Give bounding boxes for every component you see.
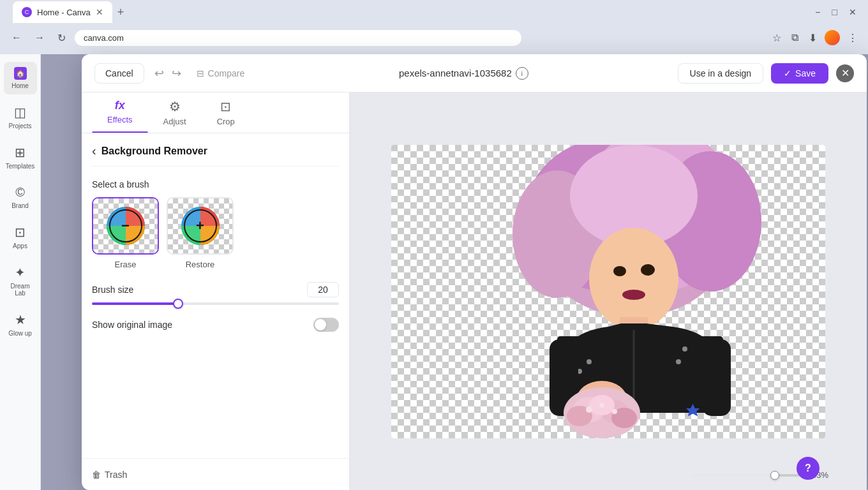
left-panel: fx Effects ⚙ Adjust ⊡ Crop (82, 93, 350, 490)
compare-label: Compare (208, 68, 245, 78)
show-original-row: Show original image (92, 318, 339, 332)
back-arrow-button[interactable]: ‹ (92, 144, 96, 158)
redo-button[interactable]: ↪ (169, 64, 184, 83)
section-title: Background Remover (101, 145, 207, 157)
sidebar-label-home: Home (11, 82, 29, 89)
window-close-button[interactable]: ✕ (845, 6, 860, 19)
sidebar-item-glowup[interactable]: ★ Glow up (4, 307, 37, 342)
extensions-button[interactable]: ⧉ (789, 29, 801, 46)
sidebar-label-templates: Templates (6, 163, 35, 170)
svg-point-23 (676, 359, 681, 364)
sidebar-label-glowup: Glow up (8, 330, 32, 337)
compare-button[interactable]: ⊟ Compare (191, 66, 250, 81)
svg-point-39 (599, 403, 604, 408)
zoom-slider-track (692, 474, 807, 477)
maximize-button[interactable]: □ (828, 6, 841, 19)
history-buttons: ↩ ↪ (152, 64, 184, 83)
restore-brush-option[interactable]: + Restore (167, 197, 234, 269)
tab-close-button[interactable]: ✕ (96, 7, 103, 17)
file-name: pexels-annetnavi-1035682 (399, 68, 512, 78)
cancel-button[interactable]: Cancel (94, 63, 144, 84)
user-avatar (825, 30, 840, 45)
trash-button[interactable]: 🗑 Trash (92, 470, 127, 480)
glowup-icon: ★ (15, 312, 26, 327)
brush-size-slider-thumb[interactable] (173, 299, 183, 309)
modal-header: Cancel ↩ ↪ ⊟ Compare pexels-annetnavi-10… (82, 54, 867, 93)
show-original-label: Show original image (92, 320, 172, 330)
trash-label: Trash (105, 470, 127, 480)
show-original-toggle[interactable] (313, 318, 339, 332)
compare-icon: ⊟ (197, 68, 204, 78)
menu-button[interactable]: ⋮ (845, 29, 860, 47)
svg-point-20 (587, 359, 592, 364)
person-image (391, 145, 825, 438)
main-content: Cancel ↩ ↪ ⊟ Compare pexels-annetnavi-10… (41, 54, 868, 490)
back-navigation: ‹ Background Remover (92, 144, 339, 167)
svg-point-16 (622, 290, 645, 300)
erase-brush-preview: − (92, 197, 159, 255)
sidebar-label-projects: Projects (8, 122, 31, 130)
brush-size-section: Brush size 20 (92, 282, 339, 305)
minimize-button[interactable]: − (811, 6, 824, 19)
select-brush-section: Select a brush (92, 179, 339, 269)
brush-slider-container (92, 302, 339, 305)
templates-icon: ⊞ (15, 145, 26, 160)
crop-tab-icon: ⊡ (220, 99, 231, 114)
browser-tab[interactable]: C Home - Canva ✕ (13, 1, 112, 23)
sidebar-item-apps[interactable]: ⊡ Apps (4, 219, 37, 255)
panel-scroll-area: ‹ Background Remover Select a brush (82, 133, 349, 458)
app-sidebar: 🏠 Home ◫ Projects ⊞ Templates © Brand ⊡ … (0, 54, 41, 490)
sidebar-item-home[interactable]: 🏠 Home (4, 62, 37, 94)
adjust-tab-label: Adjust (163, 117, 186, 126)
tab-effects[interactable]: fx Effects (92, 93, 148, 133)
erase-brush-option[interactable]: − Erase (92, 197, 159, 269)
download-button[interactable]: ⬇ (806, 29, 819, 47)
new-tab-button[interactable]: + (112, 6, 130, 19)
sidebar-item-brand[interactable]: © Brand (4, 180, 37, 214)
sidebar-item-projects[interactable]: ◫ Projects (4, 100, 37, 135)
save-label: Save (795, 68, 816, 78)
restore-brush-preview: + (167, 197, 234, 255)
panel-inner: ‹ Background Remover Select a brush (82, 133, 349, 458)
forward-button[interactable]: → (31, 31, 49, 45)
projects-icon: ◫ (14, 105, 26, 120)
tab-crop[interactable]: ⊡ Crop (202, 93, 250, 133)
erase-label: Erase (115, 260, 137, 269)
dreamlab-icon: ✦ (15, 265, 26, 280)
bottom-panel: 🗑 Trash (82, 458, 349, 490)
editor-modal: Cancel ↩ ↪ ⊟ Compare pexels-annetnavi-10… (82, 54, 867, 490)
save-check-icon: ✓ (784, 68, 791, 78)
svg-point-38 (612, 409, 617, 414)
back-button[interactable]: ← (8, 31, 26, 45)
close-modal-button[interactable]: ✕ (836, 64, 854, 82)
image-canvas[interactable] (391, 145, 825, 438)
sidebar-label-brand: Brand (11, 202, 29, 209)
zoom-slider-thumb[interactable] (770, 471, 779, 480)
brush-size-label: Brush size (92, 285, 133, 295)
tab-favicon: C (22, 7, 32, 17)
file-info: pexels-annetnavi-1035682 i (257, 67, 670, 80)
effects-tab-icon: fx (115, 99, 125, 112)
svg-point-13 (589, 228, 678, 330)
reload-button[interactable]: ↻ (54, 31, 70, 45)
brush-size-slider-track (92, 302, 339, 305)
brush-size-value[interactable]: 20 (307, 282, 339, 297)
use-in-design-button[interactable]: Use in a design (678, 63, 764, 84)
sidebar-item-templates[interactable]: ⊞ Templates (4, 140, 37, 175)
address-bar[interactable]: canva.com (75, 30, 521, 46)
info-icon[interactable]: i (516, 67, 528, 80)
undo-button[interactable]: ↩ (152, 64, 167, 83)
bookmark-button[interactable]: ☆ (770, 29, 784, 47)
home-icon: 🏠 (14, 67, 27, 80)
help-button[interactable]: ? (797, 457, 819, 480)
svg-point-22 (682, 346, 687, 352)
select-brush-label: Select a brush (92, 179, 339, 189)
save-button[interactable]: ✓ Save (771, 63, 828, 84)
sidebar-item-dreamlab[interactable]: ✦ Dream Lab (4, 260, 37, 302)
sidebar-label-apps: Apps (13, 242, 27, 249)
erase-icon: − (121, 218, 130, 234)
trash-icon: 🗑 (92, 470, 101, 480)
tab-adjust[interactable]: ⚙ Adjust (148, 93, 202, 133)
editor-tabs: fx Effects ⚙ Adjust ⊡ Crop (82, 93, 349, 133)
toggle-knob (315, 319, 326, 330)
